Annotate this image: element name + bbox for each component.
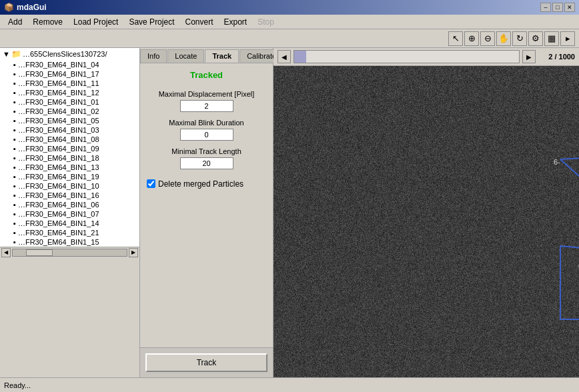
scroll-thumb bbox=[26, 249, 53, 256]
cursor-tool-button[interactable]: ↖ bbox=[448, 31, 463, 46]
file-icon: ▪ bbox=[13, 145, 16, 153]
window-controls: – □ ✕ bbox=[540, 3, 575, 12]
scroll-track[interactable] bbox=[12, 249, 127, 257]
status-bar: Ready... bbox=[0, 377, 579, 392]
settings-button[interactable]: ⚙ bbox=[528, 31, 543, 46]
menu-bar: Add Remove Load Project Save Project Con… bbox=[0, 15, 579, 29]
tree-item[interactable]: ▪…FR30_EM64_BIN1_08 bbox=[0, 135, 139, 144]
palette-button[interactable]: ▦ bbox=[544, 31, 559, 46]
delete-merged-label: Delete merged Particles bbox=[158, 179, 243, 189]
window-title-bar: 📦 mdaGui bbox=[4, 3, 47, 12]
tree-item[interactable]: ▪…FR30_EM64_BIN1_21 bbox=[0, 228, 139, 237]
frame-next-button[interactable]: ▶ bbox=[522, 50, 536, 63]
file-tree: ▼ 📁 …655ClensSlices130723/ ▪…FR30_EM64_B… bbox=[0, 48, 140, 247]
tree-item[interactable]: ▪…FR30_EM64_BIN1_07 bbox=[0, 209, 139, 219]
displacement-label: Maximal Displacement [Pixel] bbox=[159, 90, 255, 98]
tree-item[interactable]: ▪…FR30_EM64_BIN1_06 bbox=[0, 200, 139, 209]
blink-input[interactable] bbox=[180, 129, 233, 141]
file-icon: ▪ bbox=[13, 173, 16, 181]
menu-stop: Stop bbox=[252, 16, 279, 28]
tree-item[interactable]: ▪…FR30_EM64_BIN1_12 bbox=[0, 88, 139, 97]
more-button[interactable]: ▸ bbox=[560, 31, 575, 46]
image-panel: ◀ ▶ 2 / 1000 bbox=[273, 48, 579, 377]
blink-label: Maximal Blink Duration bbox=[169, 119, 243, 127]
displacement-input[interactable] bbox=[180, 100, 233, 112]
collapse-icon: ▼ bbox=[3, 50, 10, 58]
tree-root-item[interactable]: ▼ 📁 …655ClensSlices130723/ bbox=[0, 48, 139, 60]
file-icon: ▪ bbox=[13, 182, 16, 190]
folder-icon: 📁 bbox=[11, 49, 21, 59]
file-icon: ▪ bbox=[13, 135, 16, 143]
delete-merged-checkbox[interactable] bbox=[147, 179, 155, 188]
file-icon: ▪ bbox=[13, 154, 16, 162]
file-icon: ▪ bbox=[13, 61, 16, 69]
tree-item[interactable]: ▪…FR30_EM64_BIN1_04 bbox=[0, 60, 139, 69]
main-canvas bbox=[273, 66, 579, 377]
file-icon: ▪ bbox=[13, 238, 16, 246]
left-panel: ▼ 📁 …655ClensSlices130723/ ▪…FR30_EM64_B… bbox=[0, 48, 140, 377]
tree-item[interactable]: ▪…FR30_EM64_BIN1_19 bbox=[0, 172, 139, 181]
menu-remove[interactable]: Remove bbox=[27, 16, 68, 28]
track-length-label: Minimal Track Length bbox=[171, 147, 241, 155]
main-area: ▼ 📁 …655ClensSlices130723/ ▪…FR30_EM64_B… bbox=[0, 48, 579, 377]
menu-convert[interactable]: Convert bbox=[179, 16, 218, 28]
horizontal-scrollbar: ◀ ▶ bbox=[0, 247, 139, 257]
zoom-in-button[interactable]: ⊕ bbox=[464, 31, 479, 46]
file-icon: ▪ bbox=[13, 126, 16, 134]
file-icon: ▪ bbox=[13, 70, 16, 78]
control-panel: Info Locate Track Calibrate Tracked Maxi… bbox=[140, 48, 273, 377]
minimize-button[interactable]: – bbox=[540, 3, 551, 12]
content-area: Info Locate Track Calibrate Tracked Maxi… bbox=[140, 48, 579, 377]
frame-slider[interactable] bbox=[294, 50, 520, 63]
tree-item[interactable]: ▪…FR30_EM64_BIN1_10 bbox=[0, 181, 139, 191]
tree-item[interactable]: ▪…FR30_EM64_BIN1_11 bbox=[0, 79, 139, 88]
tab-track[interactable]: Track bbox=[205, 49, 239, 63]
menu-add[interactable]: Add bbox=[3, 16, 27, 28]
tree-item[interactable]: ▪…FR30_EM64_BIN1_16 bbox=[0, 191, 139, 200]
close-button[interactable]: ✕ bbox=[564, 3, 575, 12]
rotate-button[interactable]: ↻ bbox=[512, 31, 527, 46]
tree-item[interactable]: ▪…FR30_EM64_BIN1_02 bbox=[0, 107, 139, 116]
file-icon: ▪ bbox=[13, 163, 16, 171]
pan-button[interactable]: ✋ bbox=[496, 31, 511, 46]
track-length-input[interactable] bbox=[180, 157, 233, 169]
control-content: Tracked Maximal Displacement [Pixel] Max… bbox=[140, 63, 273, 347]
file-icon: ▪ bbox=[13, 89, 16, 97]
track-button[interactable]: Track bbox=[145, 353, 267, 372]
zoom-out-button[interactable]: ⊖ bbox=[480, 31, 495, 46]
tree-item[interactable]: ▪…FR30_EM64_BIN1_01 bbox=[0, 97, 139, 107]
file-icon: ▪ bbox=[13, 98, 16, 106]
tab-info[interactable]: Info bbox=[140, 49, 167, 63]
file-icon: ▪ bbox=[13, 107, 16, 115]
tree-item[interactable]: ▪…FR30_EM64_BIN1_17 bbox=[0, 69, 139, 79]
tree-item[interactable]: ▪…FR30_EM64_BIN1_14 bbox=[0, 219, 139, 228]
tree-item[interactable]: ▪…FR30_EM64_BIN1_09 bbox=[0, 144, 139, 153]
frame-slider-thumb bbox=[294, 51, 306, 63]
tree-item[interactable]: ▪…FR30_EM64_BIN1_13 bbox=[0, 163, 139, 172]
right-panel: Info Locate Track Calibrate Tracked Maxi… bbox=[140, 48, 579, 377]
file-icon: ▪ bbox=[13, 117, 16, 125]
scroll-left-button[interactable]: ◀ bbox=[1, 248, 11, 257]
blink-field-group: Maximal Blink Duration bbox=[147, 119, 266, 141]
file-icon: ▪ bbox=[13, 79, 16, 87]
file-icon: ▪ bbox=[13, 201, 16, 209]
tree-item[interactable]: ▪…FR30_EM64_BIN1_03 bbox=[0, 125, 139, 135]
tree-items-container: ▪…FR30_EM64_BIN1_04▪…FR30_EM64_BIN1_17▪…… bbox=[0, 60, 139, 247]
frame-prev-button[interactable]: ◀ bbox=[277, 50, 291, 63]
tree-item[interactable]: ▪…FR30_EM64_BIN1_05 bbox=[0, 116, 139, 125]
canvas-area bbox=[273, 66, 579, 377]
menu-save-project[interactable]: Save Project bbox=[123, 16, 179, 28]
status-text: Ready... bbox=[4, 381, 31, 389]
displacement-field-group: Maximal Displacement [Pixel] bbox=[147, 90, 266, 112]
toolbar: ↖ ⊕ ⊖ ✋ ↻ ⚙ ▦ ▸ bbox=[0, 29, 579, 48]
menu-load-project[interactable]: Load Project bbox=[68, 16, 123, 28]
frame-counter: 2 / 1000 bbox=[538, 53, 575, 61]
tab-locate[interactable]: Locate bbox=[167, 49, 204, 63]
scroll-right-button[interactable]: ▶ bbox=[129, 248, 138, 257]
file-icon: ▪ bbox=[13, 219, 16, 227]
tracked-status-label: Tracked bbox=[147, 70, 266, 80]
tree-item[interactable]: ▪…FR30_EM64_BIN1_18 bbox=[0, 153, 139, 163]
maximize-button[interactable]: □ bbox=[552, 3, 563, 12]
menu-export[interactable]: Export bbox=[219, 16, 253, 28]
tree-item[interactable]: ▪…FR30_EM64_BIN1_15 bbox=[0, 237, 139, 247]
